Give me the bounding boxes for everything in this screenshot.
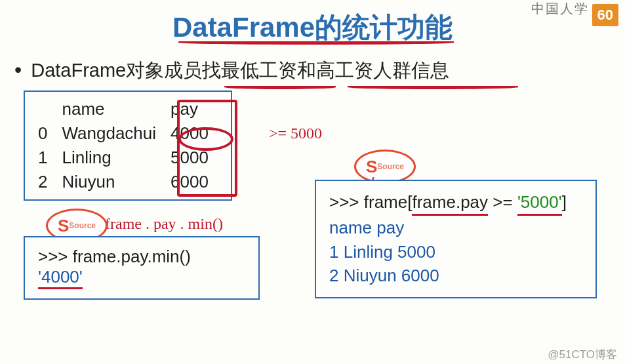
code-text: frame.pay.min()	[73, 247, 191, 266]
output-header: name pay	[329, 216, 582, 239]
prompt: >>>	[38, 247, 73, 266]
watermark-bottom: @51CTO博客	[548, 347, 617, 362]
source-badge: SSource	[354, 150, 416, 184]
output-row: 2 Niuyun 6000	[329, 264, 582, 287]
bullet-text: DataFrame对象成员找最低工资和高工资人群信息	[31, 58, 449, 84]
content-area: name pay 0 Wangdachui 4000 1 Linling 500…	[0, 84, 625, 359]
hand-annotation-ge5000: >= 5000	[269, 125, 322, 142]
col-blank	[34, 97, 58, 121]
prompt: >>>	[329, 192, 364, 212]
watermark-top: 中国人学	[531, 0, 589, 18]
col-name: name	[58, 97, 167, 121]
output-row: 1 Linling 5000	[329, 240, 582, 264]
title-underline	[178, 41, 454, 45]
code-string-5000: '5000'	[517, 190, 562, 216]
bullet-point: • DataFrame对象成员找最低工资和高工资人群信息	[14, 58, 625, 84]
code-frame-pay: frame.pay	[412, 190, 488, 216]
bullet-dot: •	[14, 58, 22, 82]
output-min: '4000'	[38, 267, 83, 289]
hand-circle-4000	[178, 127, 233, 151]
code-box-filter: >>> frame[frame.pay >= '5000'] name pay …	[315, 180, 597, 298]
dataframe-table: name pay 0 Wangdachui 4000 1 Linling 500…	[24, 91, 232, 201]
hand-annotation-frame-pay-min: frame . pay . min()	[105, 215, 223, 233]
code-box-min: >>> frame.pay.min() '4000'	[24, 236, 260, 300]
page-number-badge: 60	[592, 4, 618, 26]
